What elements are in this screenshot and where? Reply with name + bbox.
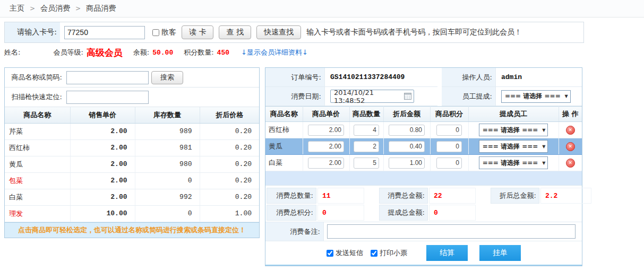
- product-row[interactable]: 西红柿 2.00 981 0.20: [5, 139, 259, 156]
- consume-date-input[interactable]: 2014/10/21 13:48:52: [330, 90, 414, 103]
- item-amount-input[interactable]: [389, 125, 425, 136]
- scan-locate-label: 扫描枪快速定位:: [5, 92, 64, 102]
- spacer: [491, 205, 539, 221]
- commission-staff-select-value: === 请选择 ===: [505, 92, 561, 101]
- hold-order-button[interactable]: 挂单: [479, 245, 521, 261]
- product-discount-price: 0.20: [200, 189, 259, 205]
- item-staff-select[interactable]: === 请选择 === ▼: [479, 124, 548, 136]
- item-staff-select-value: === 请选择 ===: [483, 159, 538, 168]
- col-sale-price: 销售单价: [70, 107, 135, 123]
- spacer: [437, 87, 442, 106]
- remark-input[interactable]: [327, 224, 576, 239]
- item-qty-input[interactable]: [354, 158, 379, 169]
- read-card-button[interactable]: 读 卡: [182, 25, 213, 39]
- balance-value: 50.00: [152, 49, 173, 57]
- remark-label: 消费备注:: [265, 222, 324, 241]
- item-staff-select-value: === 请选择 ===: [483, 126, 538, 135]
- consume-date-label: 消费日期:: [265, 87, 325, 106]
- product-stock: 989: [135, 123, 200, 139]
- spacer: [365, 188, 378, 204]
- delete-item-icon[interactable]: ✕: [566, 159, 575, 168]
- product-discount-price: 0.20: [200, 156, 259, 172]
- walkin-checkbox[interactable]: [152, 29, 159, 36]
- delete-item-icon[interactable]: ✕: [566, 126, 575, 135]
- send-sms-label: 发送短信: [336, 248, 363, 258]
- print-ticket-label: 打印小票: [380, 248, 407, 258]
- product-discount-price: 0.20: [200, 123, 259, 139]
- card-lookup-bar: 请输入卡号: 散客 读 卡 查 找 快速查找 输入卡号或者卡面号码或者手机号码，…: [4, 22, 584, 43]
- product-price: 2.00: [70, 139, 135, 156]
- product-row[interactable]: 黄瓜 2.00 980 0.20: [5, 156, 259, 172]
- scan-locate-input[interactable]: [66, 91, 149, 104]
- chevron-down-icon: ▼: [565, 94, 568, 99]
- product-name: 包菜: [5, 172, 70, 189]
- product-price: 2.00: [70, 156, 135, 172]
- product-row[interactable]: 理发 10.00 0 1.00: [5, 205, 259, 222]
- product-search-button[interactable]: 搜索: [151, 71, 183, 84]
- card-lookup-hint: 输入卡号或者卡面号码或者手机号码，按回车即可定位到此会员！: [306, 28, 522, 37]
- item-price-input[interactable]: [308, 141, 344, 152]
- send-sms-checkbox[interactable]: [327, 250, 333, 257]
- calendar-icon[interactable]: [404, 93, 411, 100]
- col-item-price: 商品单价: [303, 107, 349, 122]
- breadcrumb-member-consume[interactable]: 会员消费: [40, 4, 70, 13]
- empty-rows-band: [265, 171, 582, 185]
- col-item-points: 商品积分: [430, 107, 468, 122]
- commission-staff-label: 员工提成:: [442, 87, 496, 106]
- spacer: [477, 188, 490, 204]
- product-search-input[interactable]: [66, 71, 149, 84]
- card-number-label: 请输入卡号:: [5, 22, 60, 42]
- settle-button[interactable]: 结算: [426, 245, 468, 261]
- product-name: 西红柿: [5, 139, 70, 156]
- member-name-label: 姓名:: [4, 48, 20, 57]
- operator-label: 操作人员:: [442, 68, 496, 87]
- total-points-value: 0: [317, 205, 364, 221]
- item-staff-select[interactable]: === 请选择 === ▼: [479, 140, 548, 153]
- product-name: 黄瓜: [5, 156, 70, 172]
- commission-staff-select[interactable]: === 请选择 === ▼: [501, 90, 571, 103]
- col-stock-qty: 库存数量: [135, 107, 200, 123]
- item-points-input[interactable]: [436, 158, 462, 169]
- product-search-row: 商品名称或简码: 搜索: [5, 68, 259, 88]
- order-info-grid: 订单编号: GS1410211337284409 操作人员: admin 消费日…: [265, 68, 582, 106]
- item-price-input[interactable]: [308, 158, 344, 169]
- product-row[interactable]: 芹菜 2.00 989 0.20: [5, 123, 259, 139]
- item-points-input[interactable]: [436, 141, 462, 152]
- find-button[interactable]: 查 找: [219, 25, 251, 39]
- scan-locate-row: 扫描枪快速定位:: [5, 88, 259, 107]
- order-items-table: 商品名称 商品单价 商品数量 折后金额 商品积分 提成员工 操 作 西红柿: [265, 106, 582, 171]
- spacer: [540, 205, 591, 221]
- product-search-label: 商品名称或简码:: [5, 73, 64, 82]
- item-staff-select[interactable]: === 请选择 === ▼: [479, 156, 548, 169]
- breadcrumb: 主页 > 会员消费 > 商品消费: [0, 0, 644, 18]
- chevron-down-icon: ▼: [542, 128, 545, 133]
- item-amount-input[interactable]: [389, 141, 425, 152]
- product-stock: 980: [135, 156, 200, 172]
- item-qty-input[interactable]: [354, 141, 379, 152]
- print-ticket-checkbox[interactable]: [371, 250, 377, 257]
- item-amount-input[interactable]: [389, 158, 425, 169]
- col-item-qty: 商品数量: [349, 107, 383, 122]
- delete-item-icon[interactable]: ✕: [566, 142, 575, 151]
- item-name: 白菜: [265, 155, 303, 171]
- commission-select-cell: === 请选择 === ▼: [496, 87, 582, 106]
- card-number-input[interactable]: [64, 26, 145, 39]
- item-points-input[interactable]: [436, 125, 462, 136]
- order-item-row-selected: 黄瓜 === 请选择 === ▼ ✕: [265, 138, 582, 155]
- member-info-bar: 姓名: 会员等级: 高级会员 余额: 50.00 积分数量: 450 ↓显示会员…: [0, 43, 644, 62]
- operator-value: admin: [496, 68, 582, 87]
- product-table: 商品名称 销售单价 库存数量 折后价格 芹菜 2.00 989 0.20 西红柿…: [5, 107, 259, 222]
- quick-find-button[interactable]: 快速查找: [256, 25, 301, 39]
- show-member-detail-link[interactable]: ↓显示会员详细资料↓: [241, 48, 308, 57]
- chevron-down-icon: ▼: [542, 161, 545, 165]
- points-label: 积分数量:: [184, 48, 213, 57]
- product-row[interactable]: 包菜 2.00 0 0.20: [5, 172, 259, 189]
- breadcrumb-home[interactable]: 主页: [10, 4, 24, 13]
- product-discount-price: 1.00: [200, 205, 259, 222]
- order-no-value: GS1410211337284409: [325, 68, 437, 87]
- product-row[interactable]: 白菜 2.00 992 0.20: [5, 189, 259, 205]
- item-price-input[interactable]: [308, 125, 344, 136]
- col-product-name: 商品名称: [5, 107, 70, 123]
- item-qty-input[interactable]: [354, 125, 379, 136]
- order-panel: 订单编号: GS1410211337284409 操作人员: admin 消费日…: [265, 67, 582, 266]
